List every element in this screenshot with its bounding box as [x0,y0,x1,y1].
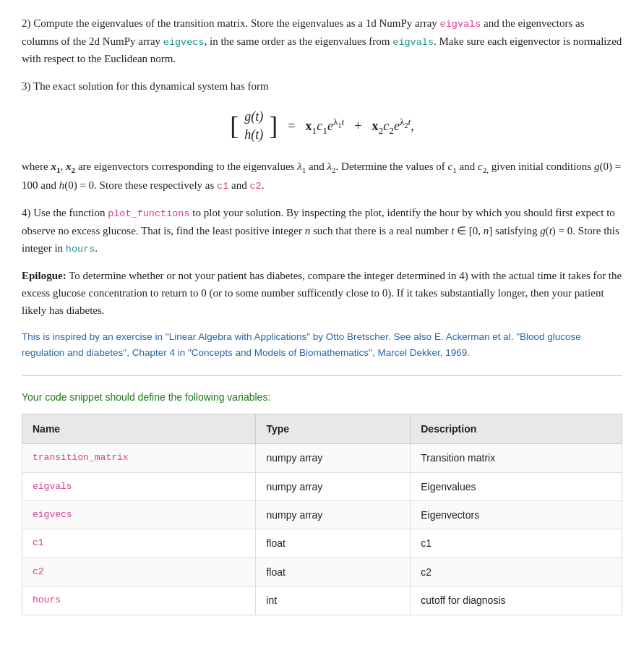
variables-table: Name Type Description transition_matrix … [22,414,622,615]
table-row: transition_matrix numpy array Transition… [22,444,622,472]
desc-c2: c2 [411,558,622,586]
type-eigvecs: numpy array [256,501,411,529]
epilogue-text: Epilogue: To determine whether or not yo… [22,267,622,319]
var-c2: c2 [22,558,256,586]
epilogue-label: Epilogue: [22,270,66,281]
matrix-content: g(t) h(t) [244,108,263,144]
type-transition-matrix: numpy array [256,444,411,472]
equals-sign: = [288,116,295,137]
table-row: eigvecs numpy array Eigenvectors [22,501,622,529]
eigvals-ref: eigvals [392,37,434,48]
table-row: eigvals numpy array Eigenvalues [22,472,622,500]
type-c2: float [256,558,411,586]
type-eigvals: numpy array [256,472,411,500]
var-eigvals: eigvals [22,472,256,500]
section2-text: 2) Compute the eigenvalues of the transi… [22,14,622,67]
desc-hours: cutoff for diagnosis [411,587,622,615]
var-eigvecs: eigvecs [22,501,256,529]
section3-intro: 3) The exact solution for this dynamical… [22,77,622,95]
desc-transition-matrix: Transition matrix [411,444,622,472]
math-equation: [ g(t) h(t) ] = x1c1eλ1t + x2c2eλ2t, [22,108,622,144]
table-row: c2 float c2 [22,558,622,586]
snippet-intro-text: Your code snippet should define the foll… [22,389,622,405]
var-transition-matrix: transition_matrix [22,444,256,472]
eigvecs-var: eigvecs [163,37,205,48]
table-body: transition_matrix numpy array Transition… [22,444,622,615]
plus-sign: + [354,116,361,137]
reference-text: This is inspired by an exercise in "Line… [22,329,622,360]
table-row: hours int cutoff for diagnosis [22,587,622,615]
c2-code: c2 [249,181,261,192]
left-bracket: [ [230,113,239,139]
hours-var: hours [66,244,95,255]
eigvals-var: eigvals [440,19,481,30]
plot-functions-var: plot_functions [108,208,189,219]
col-description: Description [411,414,622,443]
type-hours: int [256,587,411,615]
divider [22,375,622,376]
var-hours: hours [22,587,256,615]
table-header: Name Type Description [22,414,622,443]
type-c1: float [256,529,411,558]
table-row: c1 float c1 [22,529,622,558]
section4-text: 4) Use the function plot_functions to pl… [22,204,622,257]
desc-eigvals: Eigenvalues [411,472,622,500]
col-name: Name [22,414,256,443]
col-type: Type [256,414,411,443]
section3-where: where x1, x2 are eigenvectors correspond… [22,158,622,195]
c1-code: c1 [217,181,228,192]
term2: x2c2eλ2t, [372,114,413,138]
desc-eigvecs: Eigenvectors [411,501,622,529]
desc-c1: c1 [411,529,622,558]
var-c1: c1 [22,529,256,558]
term1: x1c1eλ1t [305,114,344,138]
right-bracket: ] [269,113,278,139]
